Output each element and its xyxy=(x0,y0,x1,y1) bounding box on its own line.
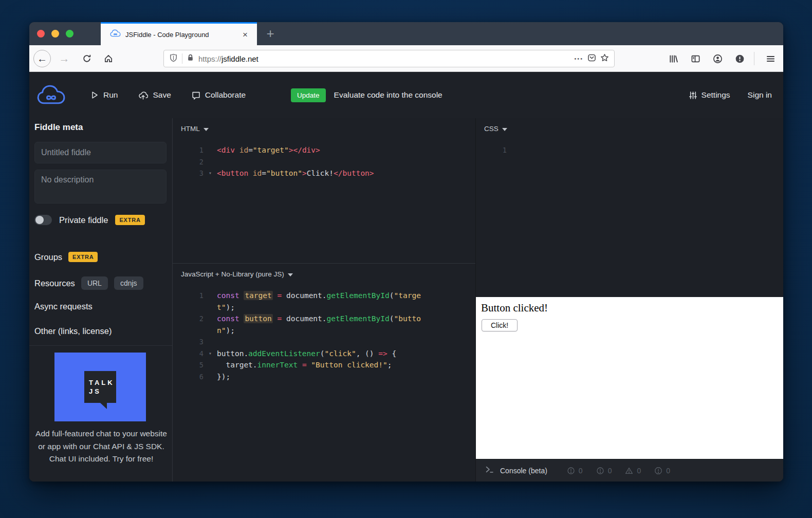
app-header: Run Save Collaborate Update Evaluate cod… xyxy=(29,72,783,118)
collaborate-button[interactable]: Collaborate xyxy=(192,90,246,100)
js-editor-panel[interactable]: JavaScript + No-Library (pure JS) 1const… xyxy=(173,264,475,482)
minimize-window-button[interactable] xyxy=(51,30,59,38)
private-fiddle-label: Private fiddle xyxy=(59,215,108,225)
css-panel-label: CSS xyxy=(484,125,499,133)
settings-button[interactable]: Settings xyxy=(689,90,730,100)
html-editor-panel[interactable]: HTML 1<div id="target"></div>23▾<button … xyxy=(173,118,475,264)
result-panel: Button clicked! Click! xyxy=(476,297,783,459)
fold-arrow-icon[interactable]: ▾ xyxy=(209,168,217,179)
badge-count: 0 xyxy=(608,467,612,475)
css-editor-panel[interactable]: CSS 1 xyxy=(476,118,783,297)
tab-bar: JSFiddle - Code Playground × + xyxy=(29,22,783,45)
code-line[interactable]: 1<div id="target"></div> xyxy=(182,144,475,156)
other-links-label: Other (links, license) xyxy=(34,326,112,336)
sidebar-item-groups[interactable]: Groups EXTRA xyxy=(34,252,98,262)
url-bar[interactable]: https://jsfiddle.net ••• xyxy=(163,50,615,67)
tagline-text: Evaluate code into the console xyxy=(334,90,442,100)
home-button[interactable] xyxy=(100,45,117,72)
jsfiddle-favicon-icon xyxy=(110,29,121,40)
console-info-badge[interactable]: 0 xyxy=(654,467,670,475)
fold-arrow-icon[interactable]: ▾ xyxy=(209,348,217,360)
badge-count: 0 xyxy=(579,467,583,475)
html-panel-label: HTML xyxy=(181,125,200,133)
extra-badge: EXTRA xyxy=(68,252,98,262)
sidebar-item-async-requests[interactable]: Async requests xyxy=(34,302,93,311)
code-line[interactable]: 1const target = document.getElementById(… xyxy=(182,290,475,302)
run-button[interactable]: Run xyxy=(90,90,118,100)
bookmark-star-icon[interactable] xyxy=(600,53,609,64)
result-message: Button clicked! xyxy=(481,302,778,314)
groups-label: Groups xyxy=(34,252,62,262)
js-code-editor[interactable]: 1const target = document.getElementById(… xyxy=(173,290,475,382)
sidebar-toggle-icon[interactable] xyxy=(685,54,707,64)
code-line[interactable]: 3▾<button id="button">Click!</button> xyxy=(182,168,475,179)
browser-tab[interactable]: JSFiddle - Code Playground × xyxy=(101,22,257,45)
close-window-button[interactable] xyxy=(37,30,45,38)
fiddle-description-input[interactable] xyxy=(34,170,167,203)
console-warning-badge[interactable]: 0 xyxy=(596,467,612,475)
jsfiddle-page: Run Save Collaborate Update Evaluate cod… xyxy=(29,72,783,482)
fiddle-meta-title: Fiddle meta xyxy=(34,122,83,133)
css-code-editor[interactable]: 1 xyxy=(476,144,783,156)
js-panel-label: JavaScript + No-Library (pure JS) xyxy=(181,270,284,278)
url-badge[interactable]: URL xyxy=(81,276,108,290)
code-line[interactable]: 5 target.innerText = "Button clicked!"; xyxy=(182,359,475,371)
back-button[interactable]: ← xyxy=(33,45,51,72)
chevron-down-icon[interactable] xyxy=(502,128,507,131)
settings-label: Settings xyxy=(702,90,730,100)
resources-label: Resources xyxy=(34,279,75,288)
save-button[interactable]: Save xyxy=(138,90,171,100)
chevron-down-icon[interactable] xyxy=(204,128,209,131)
result-click-button[interactable]: Click! xyxy=(482,319,518,331)
url-text[interactable]: https://jsfiddle.net xyxy=(198,54,570,63)
shield-icon[interactable] xyxy=(169,53,178,64)
sign-in-link[interactable]: Sign in xyxy=(748,90,772,100)
update-button[interactable]: Update xyxy=(291,88,326,102)
lock-icon[interactable] xyxy=(187,53,194,64)
jsfiddle-logo-icon[interactable] xyxy=(36,84,66,106)
talkjs-logo: TALK JS xyxy=(84,371,116,403)
sidebar-item-other[interactable]: Other (links, license) xyxy=(34,326,112,336)
console-bar[interactable]: Console (beta) 0 0 0 xyxy=(476,459,783,482)
tab-title: JSFiddle - Code Playground xyxy=(125,31,236,39)
code-line-continuation[interactable]: t"); xyxy=(182,302,475,313)
console-label: Console (beta) xyxy=(500,467,547,475)
toggle-knob xyxy=(35,216,44,224)
code-line[interactable]: 2const button = document.getElementById(… xyxy=(182,313,475,325)
badge-count: 0 xyxy=(637,467,641,475)
toolbar-separator xyxy=(754,52,754,65)
talkjs-ad-banner[interactable]: TALK JS xyxy=(54,353,146,421)
sidebar-item-resources[interactable]: Resources URL cdnjs xyxy=(34,276,143,290)
sidebar: Fiddle meta Private fiddle EXTRA Groups … xyxy=(29,118,173,482)
private-fiddle-toggle[interactable] xyxy=(34,215,52,225)
code-line[interactable]: 2 xyxy=(182,156,475,168)
sidebar-divider xyxy=(29,345,172,346)
library-icon[interactable] xyxy=(662,54,685,64)
console-caution-badge[interactable]: 0 xyxy=(625,467,641,475)
page-actions-icon[interactable]: ••• xyxy=(574,55,583,62)
code-line[interactable]: 4▾button.addEventListener("click", () =>… xyxy=(182,348,475,360)
new-tab-button[interactable]: + xyxy=(262,25,279,42)
browser-window: JSFiddle - Code Playground × + ← → xyxy=(29,22,783,482)
browser-toolbar: ← → xyxy=(29,45,783,72)
code-line[interactable]: 1 xyxy=(485,144,783,156)
code-line-continuation[interactable]: n"); xyxy=(182,325,475,337)
code-line[interactable]: 6}); xyxy=(182,371,475,383)
pocket-icon[interactable] xyxy=(587,53,596,64)
talkjs-logo-top: TALK xyxy=(89,379,116,386)
back-arrow-icon: ← xyxy=(33,50,51,67)
cdnjs-badge[interactable]: cdnjs xyxy=(114,276,143,290)
fiddle-name-input[interactable] xyxy=(34,142,167,163)
menu-icon[interactable] xyxy=(758,54,783,64)
account-icon[interactable] xyxy=(707,54,729,64)
tab-close-icon[interactable]: × xyxy=(241,29,250,40)
code-line[interactable]: 3 xyxy=(182,336,475,348)
html-code-editor[interactable]: 1<div id="target"></div>23▾<button id="b… xyxy=(173,144,475,179)
console-error-badge[interactable]: 0 xyxy=(567,467,583,475)
forward-button[interactable]: → xyxy=(56,45,72,72)
reload-button[interactable] xyxy=(79,45,95,72)
extension-icon[interactable] xyxy=(729,54,751,64)
zoom-window-button[interactable] xyxy=(66,30,73,38)
chevron-down-icon[interactable] xyxy=(288,273,293,276)
ad-caption[interactable]: Add full-featured chat to your website o… xyxy=(32,428,170,466)
